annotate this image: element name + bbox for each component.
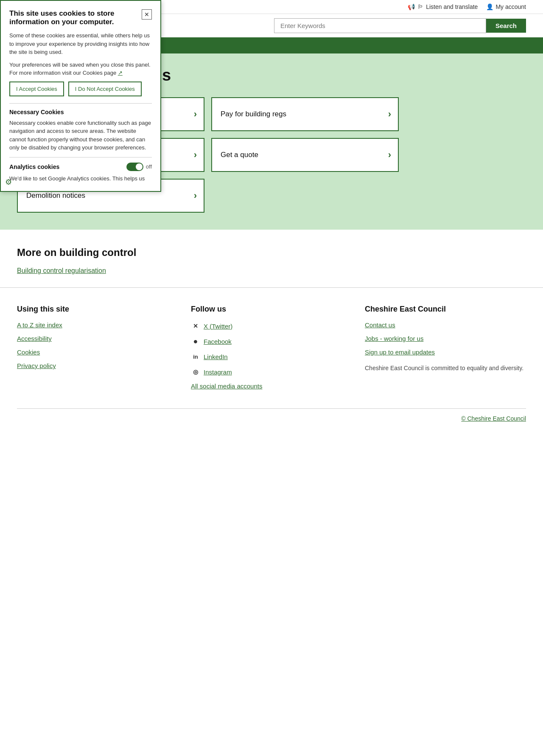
cookie-title: This site uses cookies to store informat…	[9, 9, 137, 26]
cookies-page-link[interactable]: ↗	[118, 70, 123, 76]
cookie-overlay: This site uses cookies to store informat…	[0, 0, 543, 428]
cookie-divider2	[9, 157, 152, 157]
accept-cookies-button[interactable]: I Accept Cookies	[9, 82, 64, 96]
toggle-track[interactable]	[126, 163, 143, 171]
cookie-buttons: I Accept Cookies I Do Not Accept Cookies	[9, 82, 152, 96]
gear-icon: ⚙	[5, 177, 12, 187]
cookie-intro1: Some of these cookies are essential, whi…	[9, 31, 152, 56]
cookie-divider	[9, 103, 152, 104]
analytics-row: Analytics cookies off	[9, 163, 152, 171]
toggle-off-label: off	[146, 163, 152, 170]
decline-cookies-button[interactable]: I Do Not Accept Cookies	[68, 82, 142, 96]
toggle-knob	[136, 163, 143, 170]
cookie-close-button[interactable]: ✕	[142, 9, 152, 20]
analytics-helper-text: We'd like to set Google Analytics cookie…	[9, 174, 152, 183]
analytics-cookies-title: Analytics cookies	[9, 163, 59, 170]
cookie-modal-header: This site uses cookies to store informat…	[9, 9, 152, 26]
cookie-modal: This site uses cookies to store informat…	[0, 0, 161, 192]
cookie-intro2: Your preferences will be saved when you …	[9, 61, 152, 77]
necessary-cookies-title: Necessary Cookies	[9, 109, 152, 115]
necessary-cookies-text: Necessary cookies enable core functional…	[9, 119, 152, 152]
analytics-toggle[interactable]: off	[126, 163, 152, 171]
